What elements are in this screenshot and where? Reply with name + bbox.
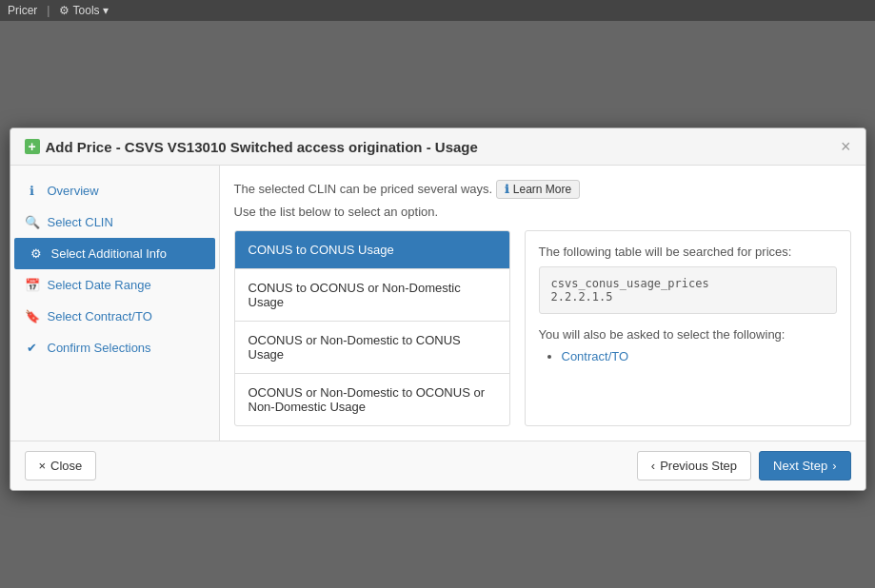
also-list: Contract/TO [539, 349, 837, 363]
option-conus-conus[interactable]: CONUS to CONUS Usage [235, 231, 509, 269]
code-line-2: 2.2.2.1.5 [551, 290, 825, 304]
table-label: The following table will be searched for… [539, 245, 837, 259]
code-box: csvs_conus_usage_prices 2.2.2.1.5 [539, 266, 837, 314]
sidebar-item-select-clin[interactable]: 🔍 Select CLIN [10, 206, 219, 238]
checkmark-icon: ✔ [25, 341, 40, 355]
bookmark-icon: 🔖 [25, 309, 40, 323]
close-x-icon: × [39, 459, 47, 473]
sidebar-item-label: Overview [48, 184, 99, 198]
option-conus-oconus[interactable]: CONUS to OCONUS or Non-Domestic Usage [235, 269, 509, 322]
previous-step-button[interactable]: ‹ Previous Step [637, 451, 751, 480]
option-oconus-conus[interactable]: OCONUS or Non-Domestic to CONUS Usage [235, 322, 509, 374]
sidebar-item-select-additional-info[interactable]: ⚙ Select Additional Info [14, 238, 215, 269]
sidebar-item-select-date-range[interactable]: 📅 Select Date Range [10, 269, 219, 301]
next-step-button[interactable]: Next Step › [759, 451, 850, 480]
app-name: Pricer [8, 4, 37, 17]
learn-more-button[interactable]: ℹ Learn More [496, 180, 580, 199]
modal-title-text: Add Price - CSVS VS13010 Switched access… [46, 139, 478, 155]
sidebar-item-overview[interactable]: ℹ Overview [10, 175, 219, 206]
chevron-right-icon: › [832, 459, 836, 473]
modal-footer: × Close ‹ Previous Step Next Step › [10, 441, 865, 490]
content-area: CONUS to CONUS Usage CONUS to OCONUS or … [234, 230, 851, 426]
sidebar-item-label: Select Contract/TO [48, 309, 152, 323]
modal: + Add Price - CSVS VS13010 Switched acce… [10, 127, 866, 491]
search-icon: 🔍 [25, 215, 40, 229]
sidebar: ℹ Overview 🔍 Select CLIN ⚙ Select Additi… [10, 166, 220, 441]
calendar-icon: 📅 [25, 278, 40, 292]
also-list-item: Contract/TO [562, 349, 837, 363]
close-button[interactable]: × Close [25, 451, 97, 480]
modal-title: + Add Price - CSVS VS13010 Switched acce… [25, 139, 478, 155]
code-line-1: csvs_conus_usage_prices [551, 277, 825, 290]
sidebar-item-label: Select Date Range [48, 278, 151, 292]
dropdown-arrow-icon: ▾ [103, 4, 109, 17]
main-content: The selected CLIN can be priced several … [220, 166, 865, 441]
sidebar-item-confirm-selections[interactable]: ✔ Confirm Selections [10, 332, 219, 363]
gear-icon: ⚙ [59, 4, 70, 17]
info-text-2: Use the list below to select an option. [234, 205, 851, 219]
modal-body: ℹ Overview 🔍 Select CLIN ⚙ Select Additi… [10, 166, 865, 441]
sidebar-item-label: Confirm Selections [48, 341, 151, 355]
gear-icon: ⚙ [29, 246, 44, 261]
chevron-left-icon: ‹ [651, 459, 655, 473]
footer-right-buttons: ‹ Previous Step Next Step › [637, 451, 851, 480]
add-icon: + [25, 139, 40, 154]
options-list: CONUS to CONUS Usage CONUS to OCONUS or … [234, 230, 510, 426]
sidebar-item-label: Select CLIN [48, 215, 113, 229]
modal-close-button[interactable]: × [841, 138, 851, 155]
info-icon: ℹ [25, 184, 40, 198]
sidebar-item-select-contract[interactable]: 🔖 Select Contract/TO [10, 301, 219, 332]
tools-menu[interactable]: ⚙ Tools ▾ [59, 4, 108, 17]
info-text-1: The selected CLIN can be priced several … [234, 180, 851, 199]
sidebar-item-label: Select Additional Info [51, 246, 167, 261]
modal-header: + Add Price - CSVS VS13010 Switched acce… [10, 128, 865, 166]
option-oconus-oconus[interactable]: OCONUS or Non-Domestic to OCONUS or Non-… [235, 374, 509, 425]
info-circle-icon: ℹ [505, 183, 509, 196]
contract-to-link[interactable]: Contract/TO [562, 349, 629, 363]
also-label: You will also be asked to select the fol… [539, 327, 837, 342]
info-panel: The following table will be searched for… [525, 230, 851, 426]
